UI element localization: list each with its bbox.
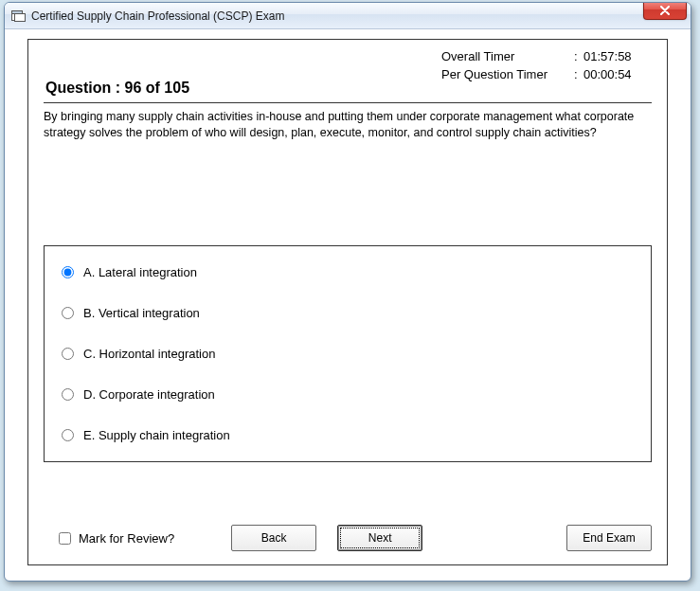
mark-for-review[interactable]: Mark for Review?	[55, 529, 174, 547]
per-question-timer-label: Per Question Timer	[441, 67, 574, 81]
timer-panel: Overall Timer : 01:57:58 Per Question Ti…	[441, 49, 650, 85]
answer-radio-e[interactable]	[62, 429, 74, 441]
mark-for-review-label: Mark for Review?	[79, 531, 174, 546]
answer-radio-d[interactable]	[62, 388, 74, 401]
overall-timer-value: 01:57:58	[583, 49, 650, 63]
close-button[interactable]	[643, 2, 687, 20]
answer-option-e[interactable]: E. Supply chain integration	[62, 428, 634, 442]
app-window: Certified Supply Chain Professional (CSC…	[4, 2, 691, 582]
mark-for-review-checkbox[interactable]	[59, 532, 71, 545]
answers-box: A. Lateral integration B. Vertical integ…	[44, 245, 652, 462]
overall-timer-label: Overall Timer	[441, 49, 574, 63]
divider	[44, 102, 652, 103]
answer-radio-b[interactable]	[62, 307, 74, 319]
answer-label: D. Corporate integration	[83, 387, 215, 402]
app-icon	[10, 9, 26, 24]
answer-label: E. Supply chain integration	[83, 428, 230, 442]
answer-option-a[interactable]: A. Lateral integration	[62, 265, 634, 279]
window-title: Certified Supply Chain Professional (CSC…	[31, 9, 284, 23]
titlebar: Certified Supply Chain Professional (CSC…	[5, 3, 691, 29]
answer-option-d[interactable]: D. Corporate integration	[62, 387, 634, 402]
answer-label: A. Lateral integration	[83, 265, 197, 279]
svg-rect-2	[15, 13, 26, 21]
next-button[interactable]: Next	[337, 525, 422, 551]
content-frame: Overall Timer : 01:57:58 Per Question Ti…	[27, 39, 668, 565]
per-question-timer-value: 00:00:54	[583, 67, 650, 81]
answer-label: B. Vertical integration	[83, 306, 200, 320]
answer-option-b[interactable]: B. Vertical integration	[62, 306, 634, 320]
answer-radio-c[interactable]	[62, 348, 74, 360]
bottom-controls: Mark for Review? Back Next End Exam	[44, 525, 652, 551]
client-area: Overall Timer : 01:57:58 Per Question Ti…	[10, 29, 685, 575]
end-exam-button[interactable]: End Exam	[566, 525, 652, 551]
answer-option-c[interactable]: C. Horizontal integration	[62, 347, 634, 361]
back-button[interactable]: Back	[231, 525, 316, 551]
close-icon	[659, 6, 671, 15]
answer-label: C. Horizontal integration	[83, 347, 215, 361]
question-text: By bringing many supply chain activities…	[44, 109, 652, 141]
answer-radio-a[interactable]	[62, 266, 74, 278]
